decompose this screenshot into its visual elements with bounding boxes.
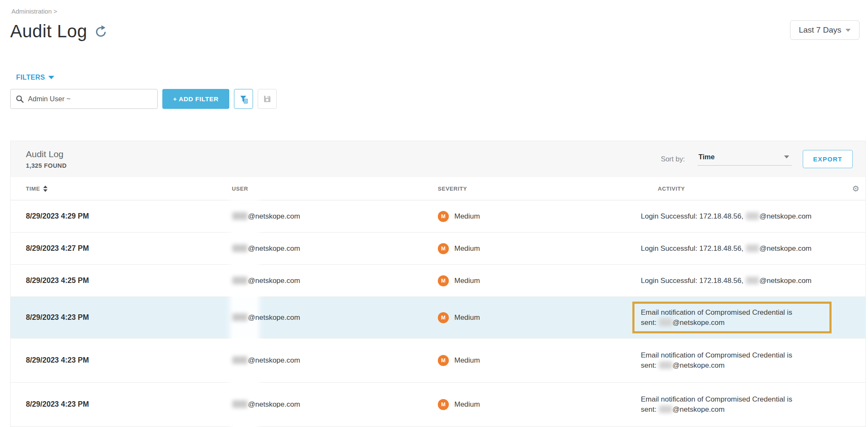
filter-funnel-icon (239, 94, 249, 104)
redacted-email (659, 405, 672, 413)
severity-label: Medium (454, 356, 480, 365)
sort-by-value: Time (698, 153, 784, 161)
activity-cell: Email notification of Compromised Creden… (641, 350, 846, 371)
filters-label: FILTERS (16, 74, 45, 81)
severity-label: Medium (454, 212, 480, 221)
severity-medium-badge-icon: M (438, 355, 449, 366)
activity-cell: Email notification of Compromised Creden… (641, 302, 846, 334)
result-count: 1,325 FOUND (26, 162, 67, 169)
sort-caret-icon (784, 155, 789, 158)
severity-medium-badge-icon: M (438, 243, 449, 254)
activity-email-suffix: @netskope.com (673, 319, 725, 327)
table-body: 8/29/2023 4:29 PM @netskope.com M Medium… (11, 200, 865, 427)
search-icon (16, 95, 24, 103)
severity-medium-badge-icon: M (438, 399, 449, 410)
export-button[interactable]: EXPORT (803, 150, 853, 168)
table-row[interactable]: 8/29/2023 4:29 PM @netskope.com M Medium… (11, 200, 865, 233)
panel-title: Audit Log (26, 149, 67, 159)
user-cell: @netskope.com (232, 212, 438, 221)
redacted-username (232, 313, 248, 321)
time-range-button[interactable]: Last 7 Days (790, 20, 860, 40)
activity-email-suffix: @netskope.com (673, 405, 725, 413)
time-cell: 8/29/2023 4:25 PM (11, 276, 232, 285)
activity-cell: Email notification of Compromised Creden… (641, 394, 846, 415)
time-cell: 8/29/2023 4:27 PM (11, 244, 232, 253)
user-cell: @netskope.com (232, 400, 438, 409)
redacted-username (232, 277, 248, 284)
severity-cell: M Medium (438, 243, 641, 254)
refresh-icon[interactable] (94, 25, 108, 38)
severity-cell: M Medium (438, 211, 641, 222)
user-cell: @netskope.com (232, 244, 438, 253)
activity-email-suffix: @netskope.com (673, 361, 725, 369)
redacted-email (659, 361, 672, 369)
table-row[interactable]: 8/29/2023 4:23 PM @netskope.com M Medium… (11, 383, 865, 427)
severity-medium-badge-icon: M (438, 211, 449, 222)
redacted-username (232, 400, 248, 408)
redacted-email (659, 319, 672, 326)
severity-cell: M Medium (438, 275, 641, 286)
save-floppy-icon (263, 94, 272, 103)
user-email-suffix: @netskope.com (248, 400, 300, 408)
time-cell: 8/29/2023 4:23 PM (11, 356, 232, 365)
user-email-suffix: @netskope.com (248, 277, 300, 285)
user-cell: @netskope.com (232, 277, 438, 285)
severity-label: Medium (454, 400, 480, 409)
time-range-label: Last 7 Days (799, 25, 841, 35)
severity-label: Medium (454, 244, 480, 253)
column-header-time[interactable]: TIME (11, 186, 232, 192)
user-email-suffix: @netskope.com (248, 313, 300, 322)
time-cell: 8/29/2023 4:23 PM (11, 313, 232, 322)
severity-label: Medium (454, 277, 480, 285)
column-settings-gear-icon[interactable]: ⚙ (846, 184, 865, 194)
activity-cell: Login Successful: 172.18.48.56, @netskop… (641, 211, 846, 222)
column-header-user: USER (232, 186, 438, 192)
activity-cell: Login Successful: 172.18.48.56, @netskop… (641, 276, 846, 286)
redacted-username (232, 356, 248, 364)
redacted-email (746, 244, 759, 252)
table-row-selected[interactable]: 8/29/2023 4:23 PM @netskope.com M Medium… (11, 297, 865, 338)
redacted-username (232, 244, 248, 252)
column-header-activity: ACTIVITY (641, 186, 846, 192)
user-cell: @netskope.com (232, 356, 438, 365)
table-row[interactable]: 8/29/2023 4:23 PM @netskope.com M Medium… (11, 338, 865, 383)
filters-toggle[interactable]: FILTERS (16, 74, 54, 81)
panel-header: Audit Log 1,325 FOUND Sort by: Time EXPO… (11, 141, 865, 177)
severity-cell: M Medium (438, 355, 641, 366)
severity-medium-badge-icon: M (438, 312, 449, 323)
user-email-suffix: @netskope.com (248, 356, 300, 364)
time-cell: 8/29/2023 4:29 PM (11, 212, 232, 221)
activity-email-suffix: @netskope.com (760, 212, 812, 220)
activity-email-suffix: @netskope.com (760, 277, 812, 285)
redacted-email (746, 277, 759, 284)
chevron-down-icon (846, 29, 851, 32)
add-filter-button[interactable]: + ADD FILTER (162, 89, 229, 109)
audit-log-panel: Audit Log 1,325 FOUND Sort by: Time EXPO… (10, 141, 866, 427)
annotation-highlight-box: Email notification of Compromised Creden… (632, 302, 832, 334)
column-header-severity: SEVERITY (438, 186, 641, 192)
time-cell: 8/29/2023 4:23 PM (11, 400, 232, 409)
activity-cell: Login Successful: 172.18.48.56, @netskop… (641, 244, 846, 254)
sort-arrows-icon (43, 186, 47, 192)
severity-medium-badge-icon: M (438, 275, 449, 286)
filter-search-box[interactable] (10, 89, 158, 109)
sort-by-label: Sort by: (661, 155, 685, 163)
user-email-suffix: @netskope.com (248, 244, 300, 252)
activity-email-suffix: @netskope.com (760, 244, 812, 252)
redacted-email (746, 212, 759, 220)
severity-cell: M Medium (438, 399, 641, 410)
table-row[interactable]: 8/29/2023 4:25 PM @netskope.com M Medium… (11, 265, 865, 297)
table-row[interactable]: 8/29/2023 4:27 PM @netskope.com M Medium… (11, 233, 865, 265)
filters-caret-icon (48, 76, 54, 79)
sort-by-select[interactable]: Time (698, 153, 792, 166)
severity-cell: M Medium (438, 312, 641, 323)
severity-label: Medium (454, 313, 480, 322)
apply-filter-button[interactable] (234, 89, 253, 109)
breadcrumb[interactable]: Administration > (11, 8, 57, 15)
user-email-suffix: @netskope.com (248, 212, 300, 220)
filter-search-input[interactable] (28, 95, 152, 103)
save-filter-button[interactable] (258, 89, 277, 109)
page-title: Audit Log (10, 21, 87, 42)
table-header-row: TIME USER SEVERITY ACTIVITY ⚙ (11, 177, 865, 200)
redacted-username (232, 212, 248, 220)
